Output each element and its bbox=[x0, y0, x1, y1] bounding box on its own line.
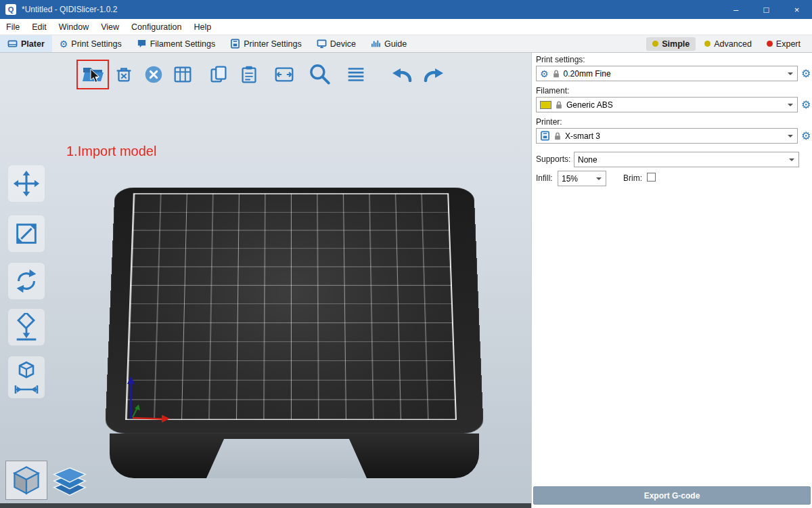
mode-switcher: Simple Advanced Expert bbox=[646, 35, 812, 52]
editor-view-button[interactable] bbox=[5, 461, 47, 500]
mode-simple[interactable]: Simple bbox=[646, 37, 696, 51]
mouse-cursor bbox=[90, 68, 101, 83]
simple-mode-dot-icon bbox=[652, 41, 658, 47]
supports-label: Supports: bbox=[536, 154, 570, 164]
redo-icon bbox=[421, 63, 447, 86]
lock-icon bbox=[554, 131, 562, 141]
mode-advanced[interactable]: Advanced bbox=[698, 37, 758, 51]
measure-icon bbox=[12, 360, 41, 395]
place-on-face-tool-button[interactable] bbox=[8, 309, 45, 345]
supports-value: None bbox=[578, 155, 597, 165]
infill-value: 15% bbox=[562, 174, 578, 184]
supports-combo[interactable]: None bbox=[574, 152, 799, 167]
place-on-face-icon bbox=[12, 313, 41, 341]
menu-edit[interactable]: Edit bbox=[26, 19, 53, 35]
measure-tool-button[interactable] bbox=[8, 356, 45, 398]
lock-icon bbox=[555, 100, 563, 110]
move-tool-button[interactable] bbox=[8, 165, 45, 202]
menu-view[interactable]: View bbox=[95, 19, 125, 35]
filament-gear-button[interactable]: ⚙ bbox=[801, 100, 811, 110]
menu-window[interactable]: Window bbox=[53, 19, 95, 35]
rotate-tool-button[interactable] bbox=[8, 263, 45, 299]
printer-label: Printer: bbox=[536, 117, 562, 127]
app-icon: Q bbox=[5, 4, 16, 15]
variable-layer-height-icon bbox=[344, 63, 367, 86]
layers-preview-icon bbox=[51, 466, 88, 497]
settings-panel: Print settings: ⚙ 0.20mm Fine ⚙ Filament… bbox=[531, 53, 812, 508]
tab-label: Plater bbox=[21, 39, 45, 49]
guide-icon bbox=[371, 39, 381, 49]
tab-device[interactable]: Device bbox=[309, 35, 363, 52]
chevron-down-icon bbox=[788, 104, 793, 106]
tab-print-settings[interactable]: ⚙ Print Settings bbox=[52, 35, 129, 52]
tab-label: Printer Settings bbox=[244, 39, 301, 49]
arrange-button[interactable] bbox=[169, 61, 196, 88]
menu-bar: File Edit Window View Configuration Help bbox=[0, 19, 812, 35]
chevron-down-icon bbox=[788, 72, 793, 75]
expert-mode-dot-icon bbox=[767, 41, 773, 47]
copy-button[interactable] bbox=[205, 61, 232, 88]
menu-file[interactable]: File bbox=[0, 19, 26, 35]
window-title: *Untitled - QIDISlicer-1.0.2 bbox=[22, 5, 117, 14]
redo-button[interactable] bbox=[420, 61, 447, 88]
maximize-button[interactable]: □ bbox=[751, 0, 782, 19]
tab-guide[interactable]: Guide bbox=[363, 35, 414, 52]
print-bed-handle-notch bbox=[206, 439, 367, 478]
search-button[interactable] bbox=[306, 61, 333, 88]
infill-combo[interactable]: 15% bbox=[558, 171, 606, 186]
delete-all-icon bbox=[142, 63, 165, 86]
delete-all-button[interactable] bbox=[140, 61, 167, 88]
tab-printer-settings[interactable]: Printer Settings bbox=[223, 35, 309, 52]
print-profile-icon: ⚙ bbox=[540, 69, 549, 79]
tab-label: Print Settings bbox=[71, 39, 121, 49]
filament-color-swatch bbox=[540, 101, 551, 109]
infill-label: Infill: bbox=[536, 173, 553, 183]
printer-combo[interactable]: X-smart 3 bbox=[536, 128, 798, 144]
tab-bar: Plater ⚙ Print Settings Filament Setting… bbox=[0, 35, 812, 53]
scale-icon bbox=[12, 219, 41, 248]
printer-gear-button[interactable]: ⚙ bbox=[801, 131, 811, 142]
undo-icon bbox=[389, 63, 415, 86]
viewport-bottom-edge bbox=[0, 503, 531, 508]
print-settings-gear-button[interactable]: ⚙ bbox=[801, 68, 811, 79]
filament-combo[interactable]: Generic ABS bbox=[536, 97, 798, 112]
close-button[interactable]: × bbox=[782, 0, 812, 19]
filament-value: Generic ABS bbox=[566, 100, 613, 110]
paste-button[interactable] bbox=[235, 61, 263, 88]
export-gcode-button[interactable]: Export G-code bbox=[533, 486, 811, 505]
advanced-mode-dot-icon bbox=[704, 41, 710, 47]
scale-tool-button[interactable] bbox=[8, 215, 45, 252]
delete-button[interactable] bbox=[110, 61, 137, 88]
viewport-3d[interactable]: 1.Import model bbox=[0, 53, 531, 508]
print-bed-grid bbox=[125, 193, 457, 420]
menu-help[interactable]: Help bbox=[187, 19, 217, 35]
arrange-icon bbox=[171, 63, 194, 86]
brim-checkbox[interactable] bbox=[647, 173, 656, 182]
variable-layer-height-button[interactable] bbox=[342, 61, 369, 88]
printer-icon bbox=[540, 131, 550, 141]
plater-icon bbox=[7, 39, 18, 49]
annotation-import-model: 1.Import model bbox=[66, 144, 156, 159]
mode-label: Expert bbox=[776, 39, 800, 49]
tab-label: Guide bbox=[384, 39, 407, 49]
preview-view-button[interactable] bbox=[50, 465, 89, 499]
paste-icon bbox=[238, 63, 261, 86]
main-area: 1.Import model bbox=[0, 53, 812, 508]
title-bar: Q *Untitled - QIDISlicer-1.0.2 – □ × bbox=[0, 0, 812, 19]
search-icon bbox=[307, 62, 332, 87]
minimize-button[interactable]: – bbox=[721, 0, 751, 19]
tab-plater[interactable]: Plater bbox=[0, 35, 52, 52]
print-settings-combo[interactable]: ⚙ 0.20mm Fine bbox=[536, 66, 798, 81]
mode-expert[interactable]: Expert bbox=[761, 37, 807, 51]
undo-button[interactable] bbox=[388, 61, 415, 88]
tab-filament-settings[interactable]: Filament Settings bbox=[129, 35, 223, 52]
mode-label: Simple bbox=[662, 39, 690, 49]
lock-icon bbox=[552, 69, 560, 79]
split-button[interactable] bbox=[271, 61, 298, 88]
tab-label: Device bbox=[330, 39, 356, 49]
print-settings-value: 0.20mm Fine bbox=[564, 69, 611, 79]
chevron-down-icon bbox=[596, 177, 602, 180]
chevron-down-icon bbox=[789, 158, 794, 161]
print-settings-label: Print settings: bbox=[536, 55, 585, 64]
menu-configuration[interactable]: Configuration bbox=[125, 19, 187, 35]
